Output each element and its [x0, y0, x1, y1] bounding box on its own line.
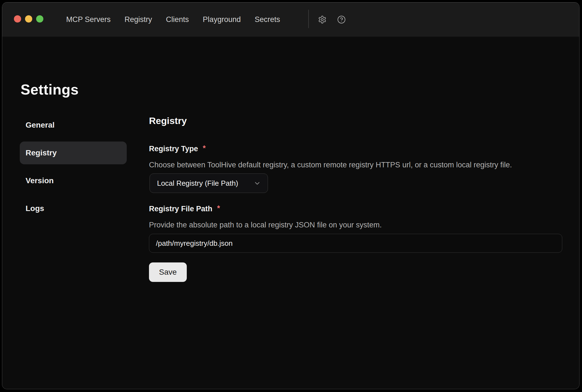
registry-file-path-input[interactable]	[149, 234, 562, 253]
registry-file-path-label: Registry File Path	[149, 204, 212, 214]
window-controls	[14, 15, 43, 23]
registry-type-select[interactable]: Local Registry (File Path)	[150, 173, 268, 193]
settings-button[interactable]	[316, 3, 328, 37]
top-navigation: MCP Servers Registry Clients Playground …	[66, 3, 280, 37]
screenshot-stage: MCP Servers Registry Clients Playground …	[0, 0, 582, 392]
settings-sidebar: General Registry Version Logs	[20, 114, 127, 225]
registry-type-label-row: Registry Type *	[149, 144, 206, 153]
registry-type-label: Registry Type	[149, 144, 198, 153]
app-window: MCP Servers Registry Clients Playground …	[2, 2, 579, 389]
required-marker: *	[217, 204, 220, 212]
sidebar-item-general[interactable]: General	[20, 114, 127, 137]
minimize-window-button[interactable]	[25, 15, 32, 23]
sidebar-item-logs[interactable]: Logs	[20, 197, 127, 220]
sidebar-item-registry[interactable]: Registry	[20, 142, 127, 164]
registry-settings-panel: Registry Registry Type * Choose between …	[149, 37, 562, 389]
close-window-button[interactable]	[14, 15, 21, 23]
registry-file-path-description: Provide the absolute path to a local reg…	[149, 220, 382, 230]
zoom-window-button[interactable]	[36, 15, 43, 23]
titlebar: MCP Servers Registry Clients Playground …	[2, 3, 579, 37]
help-circle-icon	[337, 15, 346, 24]
help-button[interactable]	[335, 3, 347, 37]
panel-heading: Registry	[149, 115, 187, 127]
nav-item-secrets[interactable]: Secrets	[255, 16, 280, 23]
chevron-down-icon	[253, 180, 261, 187]
gear-icon	[318, 15, 327, 24]
registry-type-selected-value: Local Registry (File Path)	[157, 179, 253, 188]
nav-item-registry[interactable]: Registry	[125, 16, 152, 23]
save-button[interactable]: Save	[149, 262, 187, 282]
registry-file-path-label-row: Registry File Path *	[149, 204, 220, 214]
nav-item-playground[interactable]: Playground	[203, 16, 241, 23]
page-title: Settings	[21, 81, 79, 98]
registry-type-description: Choose between ToolHive default registry…	[149, 160, 512, 170]
required-marker: *	[203, 144, 206, 152]
nav-item-mcp-servers[interactable]: MCP Servers	[66, 16, 111, 23]
sidebar-item-version[interactable]: Version	[20, 169, 127, 192]
settings-page: Settings General Registry Version Logs R…	[2, 37, 579, 389]
nav-divider	[308, 10, 309, 28]
nav-item-clients[interactable]: Clients	[166, 16, 189, 23]
